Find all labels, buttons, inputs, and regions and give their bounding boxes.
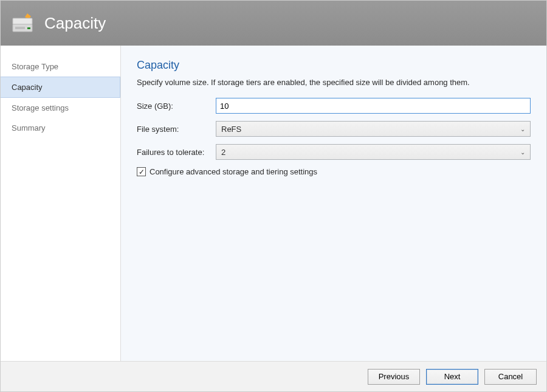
chevron-down-icon: ⌄ [520, 149, 525, 156]
filesystem-row: File system: ReFS ⌄ [137, 121, 531, 137]
failures-value: 2 [221, 148, 225, 157]
chevron-down-icon: ⌄ [520, 126, 525, 132]
filesystem-select[interactable]: ReFS ⌄ [216, 121, 531, 137]
filesystem-value: ReFS [221, 125, 241, 134]
advanced-settings-checkbox[interactable]: ✓ [137, 167, 146, 176]
checkmark-icon: ✓ [139, 168, 145, 176]
cancel-button[interactable]: Cancel [484, 369, 537, 385]
next-button[interactable]: Next [426, 369, 478, 385]
svg-rect-3 [27, 27, 30, 29]
section-description: Specify volume size. If storage tiers ar… [137, 78, 531, 87]
section-title: Capacity [137, 59, 531, 72]
previous-button[interactable]: Previous [368, 369, 420, 385]
size-label: Size (GB): [137, 101, 216, 111]
sidebar-item-summary[interactable]: Summary [1, 118, 120, 138]
filesystem-label: File system: [137, 125, 216, 134]
size-input[interactable] [216, 98, 531, 114]
sidebar-item-storage-type[interactable]: Storage Type [1, 57, 120, 77]
failures-row: Failures to tolerate: 2 ⌄ [137, 144, 531, 160]
sidebar-item-capacity[interactable]: Capacity [1, 77, 120, 98]
wizard-body: Storage Type Capacity Storage settings S… [1, 46, 546, 361]
failures-label: Failures to tolerate: [137, 148, 216, 157]
sidebar-item-storage-settings[interactable]: Storage settings [1, 98, 120, 118]
sidebar-item-label: Summary [12, 123, 46, 132]
sidebar-item-label: Capacity [12, 83, 43, 92]
svg-rect-0 [13, 18, 32, 24]
svg-rect-2 [15, 27, 25, 29]
wizard-footer: Previous Next Cancel [1, 361, 546, 391]
advanced-settings-row: ✓ Configure advanced storage and tiering… [137, 167, 531, 176]
advanced-settings-label: Configure advanced storage and tiering s… [150, 167, 317, 176]
sidebar-item-label: Storage Type [12, 62, 58, 71]
header-title: Capacity [44, 14, 106, 33]
failures-select[interactable]: 2 ⌄ [216, 144, 531, 160]
wizard-header: Capacity [1, 1, 546, 46]
storage-icon [12, 12, 36, 34]
main-panel: Capacity Specify volume size. If storage… [121, 46, 546, 361]
size-row: Size (GB): [137, 98, 531, 114]
wizard-steps-sidebar: Storage Type Capacity Storage settings S… [1, 46, 121, 361]
sidebar-item-label: Storage settings [12, 103, 69, 112]
